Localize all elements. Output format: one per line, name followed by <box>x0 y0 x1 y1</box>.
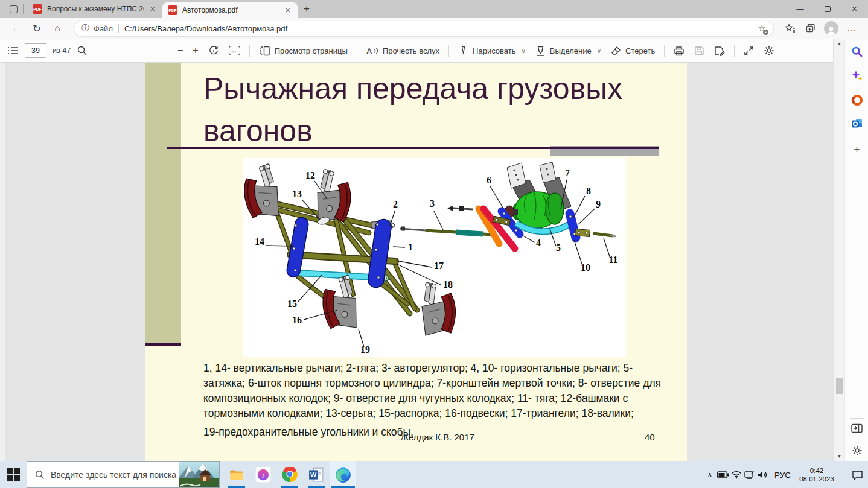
save-as-icon <box>714 46 725 56</box>
info-icon[interactable]: ⓘ <box>81 23 89 34</box>
brake-rigging-diagram: 1 2 3 4 5 6 7 8 9 10 11 12 13 14 15 16 1 <box>243 158 626 357</box>
navigation-bar: ← ↻ ⌂ ⓘ Файл C:/Users/Валера/Downloads/А… <box>0 18 868 39</box>
save-icon <box>694 46 704 56</box>
pdf-scrollbar[interactable]: ▲ ▼ <box>833 39 844 461</box>
diagram-label-11: 11 <box>608 255 617 265</box>
profile-button[interactable] <box>821 20 841 37</box>
scrollbar-thumb[interactable] <box>836 378 843 394</box>
sidebar-add-button[interactable]: + <box>845 144 868 156</box>
favorites-icon <box>785 23 796 34</box>
battery-icon[interactable] <box>716 461 730 488</box>
slide-title: Рычажная передача грузовых вагонов <box>203 68 680 152</box>
diagram-label-14: 14 <box>255 236 264 247</box>
search-icon[interactable] <box>77 45 88 56</box>
collections-icon <box>805 23 816 34</box>
close-tab-icon[interactable]: × <box>148 4 157 14</box>
read-aloud-icon: A <box>366 46 378 56</box>
tab-avtotormoza-pdf[interactable]: PDF Автотормоза.pdf × <box>162 2 298 18</box>
diagram-label-2: 2 <box>393 199 398 209</box>
zoom-in-button[interactable]: + <box>188 42 203 60</box>
draw-button[interactable]: Нарисовать ∨ <box>453 42 531 60</box>
page-total-label: из 47 <box>53 46 71 55</box>
start-button[interactable] <box>0 461 27 488</box>
fit-width-button[interactable]: ↔ <box>224 42 245 60</box>
pdf-viewport: Рычажная передача грузовых вагонов <box>0 63 868 461</box>
svg-text:♪: ♪ <box>261 471 265 480</box>
scroll-up-icon[interactable]: ▲ <box>834 41 845 46</box>
erase-label: Стереть <box>625 46 655 55</box>
scroll-down-icon[interactable]: ▼ <box>834 454 845 459</box>
diagram-label-9: 9 <box>596 199 601 209</box>
chevron-down-icon[interactable]: ∨ <box>597 48 601 54</box>
settings-menu-button[interactable]: … <box>841 20 862 37</box>
zoom-out-button[interactable]: − <box>173 42 188 60</box>
sidebar-settings-button[interactable] <box>845 445 868 456</box>
volume-icon[interactable] <box>756 461 770 488</box>
sidebar-outlook-button[interactable] <box>845 118 868 130</box>
tab-title: Вопросы к экзамену НТПС 2022 <box>47 5 144 13</box>
highlight-button[interactable]: Выделение ∨ <box>531 42 606 60</box>
close-tab-icon[interactable]: × <box>284 5 292 15</box>
erase-button[interactable]: Стереть <box>606 42 660 60</box>
read-aloud-button[interactable]: A Прочесть вслух <box>362 42 444 60</box>
save-button[interactable] <box>689 42 709 60</box>
add-favorite-button[interactable]: ☆+ <box>758 23 766 34</box>
taskbar-chrome[interactable] <box>276 461 303 488</box>
pen-display-icon[interactable] <box>743 461 756 488</box>
browser-window: PDF Вопросы к экзамену НТПС 2022 × PDF А… <box>0 0 868 488</box>
diagram-label-19: 19 <box>360 344 370 355</box>
diagram-label-4: 4 <box>536 238 541 248</box>
home-button[interactable]: ⌂ <box>47 20 68 37</box>
search-highlight-image[interactable] <box>179 462 219 487</box>
slide-accent-band-bar <box>145 343 181 346</box>
print-button[interactable] <box>669 42 689 60</box>
minimize-button[interactable]: — <box>787 0 814 18</box>
taskbar-file-explorer[interactable] <box>223 461 250 488</box>
action-center-button[interactable] <box>846 461 868 488</box>
taskbar-search[interactable]: Введите здесь текст для поиска <box>27 461 220 488</box>
diagram-label-15: 15 <box>287 299 297 309</box>
language-indicator[interactable]: РУС <box>774 471 791 480</box>
sidebar-panel-button[interactable] <box>845 423 868 433</box>
tray-time: 0:42 <box>796 466 838 475</box>
address-url[interactable]: C:/Users/Валера/Downloads/Автотормоза.pd… <box>124 24 758 33</box>
page-number-input[interactable] <box>25 43 46 58</box>
address-divider <box>118 24 119 33</box>
restore-button[interactable] <box>814 0 841 18</box>
sidebar-copilot-button[interactable] <box>845 70 868 82</box>
diagram-label-12: 12 <box>305 170 315 180</box>
rotate-button[interactable] <box>203 42 224 60</box>
wifi-icon[interactable] <box>730 461 743 488</box>
sidebar-office-button[interactable] <box>845 94 868 106</box>
new-tab-button[interactable]: + <box>304 3 310 15</box>
fullscreen-button[interactable] <box>739 42 759 60</box>
clock[interactable]: 0:42 08.01.2023 <box>796 466 838 483</box>
taskbar-edge[interactable] <box>330 461 356 488</box>
back-button[interactable]: ← <box>6 20 27 37</box>
draw-label: Нарисовать <box>473 46 515 55</box>
tray-chevron-icon[interactable]: ∧ <box>703 461 716 488</box>
diagram-label-16: 16 <box>292 315 302 325</box>
taskbar-word[interactable]: W <box>303 461 330 488</box>
close-window-button[interactable]: × <box>841 0 868 18</box>
page-view-button[interactable]: Просмотр страницы <box>254 42 353 60</box>
address-bar[interactable]: ⓘ Файл C:/Users/Валера/Downloads/Автотор… <box>74 21 774 37</box>
sidebar-search-button[interactable] <box>845 46 868 58</box>
favorites-button[interactable] <box>780 20 800 37</box>
svg-text:W: W <box>310 471 317 478</box>
pdf-settings-button[interactable] <box>759 42 779 60</box>
gear-icon <box>764 45 774 56</box>
tab-actions-button[interactable] <box>7 4 19 14</box>
svg-text:A: A <box>366 46 372 56</box>
tab-bar: PDF Вопросы к экзамену НТПС 2022 × PDF А… <box>0 0 868 18</box>
refresh-button[interactable]: ↻ <box>27 20 47 37</box>
tab-exam-questions[interactable]: PDF Вопросы к экзамену НТПС 2022 × <box>27 0 162 18</box>
chevron-down-icon[interactable]: ∨ <box>521 48 525 54</box>
taskbar-itunes[interactable]: ♪ <box>250 461 276 488</box>
fit-width-icon: ↔ <box>229 46 240 55</box>
save-as-button[interactable] <box>709 42 730 60</box>
collections-button[interactable] <box>800 20 821 37</box>
edge-sidebar: + <box>844 39 868 461</box>
toc-icon[interactable] <box>7 46 19 55</box>
title-rule-line <box>167 147 659 149</box>
